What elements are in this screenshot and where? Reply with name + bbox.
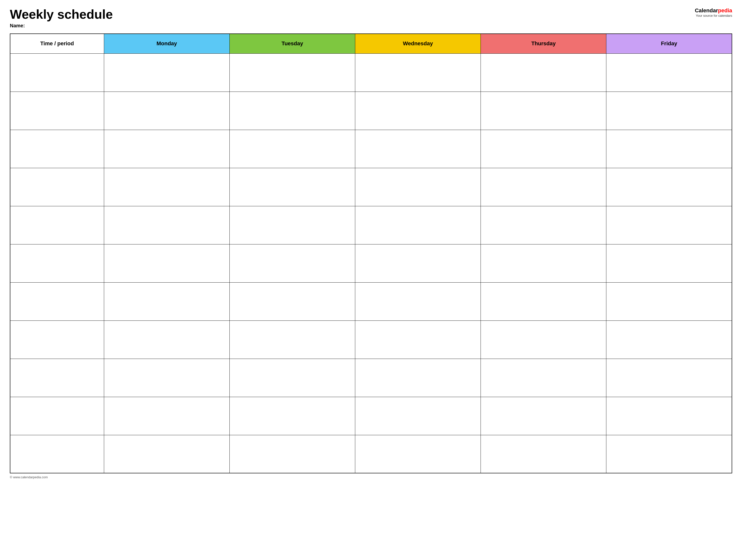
logo-subtitle: Your source for calendars bbox=[678, 14, 732, 17]
schedule-cell[interactable] bbox=[104, 359, 229, 397]
schedule-cell[interactable] bbox=[481, 321, 606, 359]
schedule-cell[interactable] bbox=[355, 435, 481, 473]
time-cell[interactable] bbox=[10, 53, 104, 92]
schedule-cell[interactable] bbox=[481, 130, 606, 168]
schedule-cell[interactable] bbox=[355, 206, 481, 244]
schedule-cell[interactable] bbox=[229, 130, 355, 168]
table-row bbox=[10, 397, 732, 435]
table-row bbox=[10, 206, 732, 244]
schedule-cell[interactable] bbox=[355, 130, 481, 168]
schedule-cell[interactable] bbox=[481, 168, 606, 206]
schedule-cell[interactable] bbox=[481, 92, 606, 130]
schedule-cell[interactable] bbox=[104, 53, 229, 92]
schedule-cell[interactable] bbox=[104, 435, 229, 473]
time-cell[interactable] bbox=[10, 397, 104, 435]
header-wednesday: Wednesday bbox=[355, 34, 481, 53]
schedule-cell[interactable] bbox=[104, 244, 229, 282]
schedule-cell[interactable] bbox=[104, 168, 229, 206]
table-row bbox=[10, 53, 732, 92]
header-tuesday: Tuesday bbox=[229, 34, 355, 53]
name-label: Name: bbox=[10, 23, 678, 29]
logo-text: Calendarpedia bbox=[678, 7, 732, 14]
time-cell[interactable] bbox=[10, 206, 104, 244]
logo-pedia: pedia bbox=[718, 7, 732, 13]
schedule-cell[interactable] bbox=[606, 282, 732, 321]
schedule-cell[interactable] bbox=[104, 92, 229, 130]
schedule-cell[interactable] bbox=[355, 359, 481, 397]
schedule-cell[interactable] bbox=[229, 435, 355, 473]
schedule-cell[interactable] bbox=[229, 168, 355, 206]
footer-url: © www.calendarpedia.com bbox=[10, 475, 48, 479]
table-row bbox=[10, 130, 732, 168]
schedule-cell[interactable] bbox=[355, 244, 481, 282]
schedule-cell[interactable] bbox=[606, 435, 732, 473]
schedule-cell[interactable] bbox=[229, 92, 355, 130]
time-cell[interactable] bbox=[10, 244, 104, 282]
schedule-cell[interactable] bbox=[355, 282, 481, 321]
schedule-cell[interactable] bbox=[481, 435, 606, 473]
header-row: Time / period Monday Tuesday Wednesday T… bbox=[10, 34, 732, 53]
schedule-cell[interactable] bbox=[355, 53, 481, 92]
schedule-cell[interactable] bbox=[606, 244, 732, 282]
schedule-cell[interactable] bbox=[481, 397, 606, 435]
schedule-cell[interactable] bbox=[606, 92, 732, 130]
logo-calendar: Calendar bbox=[695, 7, 718, 13]
schedule-cell[interactable] bbox=[481, 244, 606, 282]
time-cell[interactable] bbox=[10, 435, 104, 473]
schedule-cell[interactable] bbox=[104, 321, 229, 359]
time-cell[interactable] bbox=[10, 282, 104, 321]
schedule-cell[interactable] bbox=[606, 206, 732, 244]
schedule-cell[interactable] bbox=[104, 206, 229, 244]
schedule-cell[interactable] bbox=[104, 130, 229, 168]
header-time: Time / period bbox=[10, 34, 104, 53]
header-monday: Monday bbox=[104, 34, 229, 53]
schedule-cell[interactable] bbox=[355, 321, 481, 359]
schedule-cell[interactable] bbox=[229, 321, 355, 359]
schedule-cell[interactable] bbox=[229, 282, 355, 321]
schedule-cell[interactable] bbox=[606, 359, 732, 397]
schedule-cell[interactable] bbox=[481, 359, 606, 397]
header-thursday: Thursday bbox=[481, 34, 606, 53]
schedule-cell[interactable] bbox=[481, 282, 606, 321]
schedule-cell[interactable] bbox=[229, 53, 355, 92]
schedule-table: Time / period Monday Tuesday Wednesday T… bbox=[10, 34, 732, 473]
schedule-cell[interactable] bbox=[606, 130, 732, 168]
table-row bbox=[10, 92, 732, 130]
time-cell[interactable] bbox=[10, 92, 104, 130]
schedule-cell[interactable] bbox=[229, 206, 355, 244]
time-cell[interactable] bbox=[10, 359, 104, 397]
table-row bbox=[10, 244, 732, 282]
schedule-cell[interactable] bbox=[606, 321, 732, 359]
schedule-cell[interactable] bbox=[481, 53, 606, 92]
schedule-cell[interactable] bbox=[606, 53, 732, 92]
schedule-cell[interactable] bbox=[355, 92, 481, 130]
table-row bbox=[10, 359, 732, 397]
page-title: Weekly schedule bbox=[10, 7, 678, 21]
time-cell[interactable] bbox=[10, 321, 104, 359]
footer: © www.calendarpedia.com bbox=[10, 475, 732, 479]
schedule-cell[interactable] bbox=[104, 397, 229, 435]
page-container: Weekly schedule Name: Calendarpedia Your… bbox=[10, 7, 732, 479]
schedule-cell[interactable] bbox=[104, 282, 229, 321]
header-section: Weekly schedule Name: Calendarpedia Your… bbox=[10, 7, 732, 29]
title-area: Weekly schedule Name: bbox=[10, 7, 678, 29]
time-cell[interactable] bbox=[10, 130, 104, 168]
header-friday: Friday bbox=[606, 34, 732, 53]
table-row bbox=[10, 435, 732, 473]
schedule-cell[interactable] bbox=[606, 168, 732, 206]
schedule-cell[interactable] bbox=[606, 397, 732, 435]
logo-area: Calendarpedia Your source for calendars bbox=[678, 7, 732, 17]
schedule-cell[interactable] bbox=[229, 359, 355, 397]
schedule-cell[interactable] bbox=[229, 397, 355, 435]
time-cell[interactable] bbox=[10, 168, 104, 206]
schedule-cell[interactable] bbox=[481, 206, 606, 244]
table-row bbox=[10, 282, 732, 321]
table-row bbox=[10, 168, 732, 206]
schedule-cell[interactable] bbox=[229, 244, 355, 282]
schedule-cell[interactable] bbox=[355, 168, 481, 206]
table-row bbox=[10, 321, 732, 359]
schedule-cell[interactable] bbox=[355, 397, 481, 435]
